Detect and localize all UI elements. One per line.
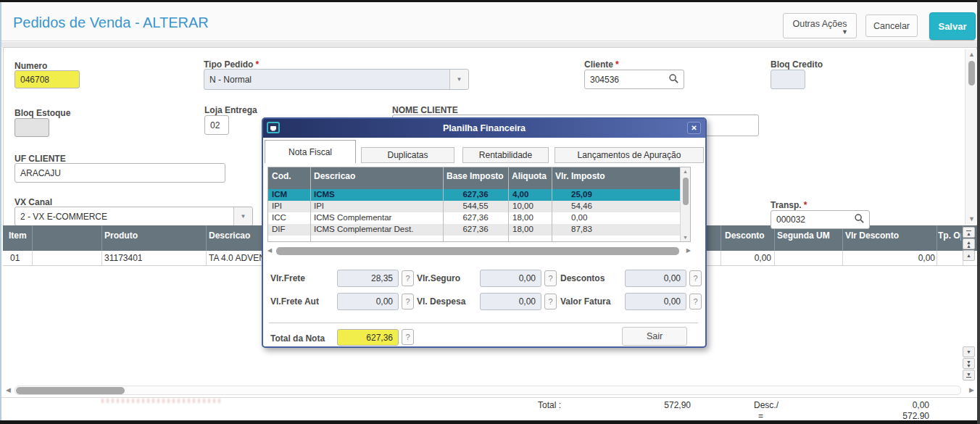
tax-row-icc[interactable]: ICC ICMS Complementar 627,36 18,00 0,00: [268, 212, 680, 224]
cliente-label: Cliente*: [584, 59, 619, 70]
help-button[interactable]: ?: [689, 294, 702, 309]
cancelar-button[interactable]: Cancelar: [865, 14, 918, 37]
scroll-down-icon[interactable]: ▼: [968, 216, 975, 223]
col-vlr-imposto[interactable]: Vlr. Imposto: [555, 171, 605, 181]
tab-lancamentos-apuracao[interactable]: Lançamentos de Apuração: [555, 147, 704, 163]
tipo-pedido-select[interactable]: N - Normal ▼: [204, 69, 469, 90]
col-descricao[interactable]: Descricao: [314, 171, 355, 181]
grid-col-vlr-desconto[interactable]: Vlr Desconto: [845, 230, 899, 241]
numero-field[interactable]: 046708: [14, 70, 80, 88]
vlr-seguro-field[interactable]: 0,00: [480, 270, 541, 287]
bloq-estoque-label: Bloq Estoque: [14, 108, 70, 118]
cell-descricao: ICMS Complementar Dest.: [314, 225, 413, 233]
scroll-left-icon[interactable]: ◀: [6, 387, 11, 394]
numero-label: Numero: [14, 61, 47, 71]
grid-divider: [721, 225, 721, 251]
transp-field[interactable]: 000032: [771, 210, 870, 229]
help-button[interactable]: ?: [689, 270, 702, 286]
grid-col-produto[interactable]: Produto: [104, 230, 138, 241]
scroll-left-icon[interactable]: ◀: [267, 248, 272, 254]
descontos-field[interactable]: 0,00: [625, 270, 686, 287]
cell-descricao: ICMS Complementar: [314, 213, 391, 222]
page-header: Pedidos de Venda - ALTERAR Outras Ações …: [1, 2, 977, 41]
grid-page-up-button[interactable]: ▲▲: [963, 238, 975, 249]
uf-cliente-field[interactable]: ARACAJU: [14, 163, 225, 183]
grid-col-item[interactable]: Item: [9, 230, 27, 241]
vl-frete-aut-field[interactable]: 0,00: [337, 293, 399, 310]
dropdown-arrow-icon[interactable]: ▼: [449, 70, 468, 89]
loja-entrega-label: Loja Entrega: [204, 105, 257, 115]
footer-total-label: Total :: [538, 400, 561, 410]
tax-row-ipi[interactable]: IPI IPI 544,55 10,00 54,46: [268, 201, 680, 212]
salvar-button[interactable]: Salvar: [929, 12, 976, 40]
app-window: Pedidos de Venda - ALTERAR Outras Ações …: [0, 0, 980, 424]
help-button[interactable]: ?: [544, 270, 557, 286]
loja-entrega-field[interactable]: 02: [204, 115, 229, 135]
dialog-title: Planilha Financeira: [443, 123, 526, 133]
sair-button[interactable]: Sair: [622, 327, 687, 346]
header-separator: [1, 42, 977, 47]
help-button[interactable]: ?: [402, 294, 414, 309]
search-icon[interactable]: [854, 213, 865, 226]
vx-canal-label: VX Canal: [14, 197, 52, 207]
grid-page-down-button[interactable]: ▼▼: [963, 358, 975, 369]
form-scrollbar-thumb[interactable]: [968, 61, 975, 86]
col-cod[interactable]: Cod.: [272, 171, 291, 181]
vl-despesa-field[interactable]: 0,00: [480, 293, 541, 310]
tax-row-icm[interactable]: ICM ICMS 627,36 4,00 25,09: [268, 189, 680, 201]
grid-col-tp-op[interactable]: Tp. Op: [938, 230, 961, 241]
table-divider: [508, 167, 509, 241]
scroll-up-icon[interactable]: ▲: [683, 169, 688, 174]
tab-duplicatas[interactable]: Duplicatas: [361, 147, 454, 163]
col-aliquota[interactable]: Aliquota: [512, 171, 547, 181]
hscroll-track[interactable]: [14, 386, 961, 395]
tab-nota-fiscal[interactable]: Nota Fiscal: [265, 140, 356, 163]
grid-divider: [937, 225, 937, 251]
grid-scroll-to-bottom-button[interactable]: ▼: [963, 370, 975, 381]
grid-col-descricao[interactable]: Descricao: [209, 230, 250, 241]
help-button[interactable]: ?: [544, 294, 557, 309]
bloq-credito-field[interactable]: [771, 70, 805, 89]
scroll-down-icon[interactable]: ▼: [683, 235, 688, 240]
table-hscrollbar[interactable]: ◀ ▶: [267, 246, 691, 256]
cliente-field[interactable]: 304536: [584, 70, 684, 89]
table-hscroll-thumb[interactable]: [276, 247, 679, 255]
footer-equals-sign: =: [758, 411, 763, 421]
grid-col-segunda-um[interactable]: Segunda UM: [777, 230, 830, 241]
form-scrollbar[interactable]: ▲ ▼: [965, 49, 977, 225]
table-vscroll-thumb[interactable]: [683, 178, 689, 205]
scroll-right-icon[interactable]: ▶: [686, 248, 691, 254]
vx-canal-select[interactable]: 2 - VX E-COMMERCE ▼: [14, 207, 253, 226]
table-vscrollbar[interactable]: ▲ ▼: [680, 167, 690, 241]
grid-divider: [774, 225, 775, 251]
scroll-right-icon[interactable]: ▶: [969, 387, 974, 394]
help-button[interactable]: ?: [402, 270, 414, 286]
col-base-imposto[interactable]: Base Imposto: [447, 171, 504, 181]
valor-fatura-field[interactable]: 0,00: [625, 293, 686, 310]
grid-divider: [206, 225, 207, 251]
tax-row-dif[interactable]: DIF ICMS Complementar Dest. 627,36 18,00…: [268, 224, 680, 236]
descontos-label: Descontos: [560, 273, 605, 283]
grid-scroll-to-top-button[interactable]: ▲: [963, 227, 975, 238]
outras-acoes-label: Outras Ações: [792, 19, 847, 29]
scroll-up-icon: ▲: [966, 254, 971, 257]
outras-acoes-button[interactable]: Outras Ações ▼: [783, 13, 857, 38]
help-button[interactable]: ?: [402, 329, 414, 345]
bloq-estoque-field[interactable]: [14, 118, 49, 137]
dropdown-arrow-icon[interactable]: ▼: [233, 207, 252, 225]
vlr-frete-field[interactable]: 28,35: [337, 270, 399, 287]
dialog-titlebar[interactable]: Planilha Financeira: [263, 119, 705, 138]
grid-hscrollbar[interactable]: ◀ ▶: [4, 385, 974, 396]
scroll-up-icon[interactable]: ▲: [968, 51, 975, 58]
double-down-icon: ▼: [966, 364, 971, 367]
grid-scroll-up-button[interactable]: ▲: [963, 250, 975, 261]
search-icon[interactable]: [668, 73, 679, 86]
scroll-bottom-icon: ▼: [966, 373, 971, 376]
close-icon[interactable]: ✕: [687, 122, 701, 134]
cell-cod: ICM: [272, 190, 287, 199]
grid-scroll-down-button[interactable]: ▼: [963, 346, 975, 357]
grid-col-desconto[interactable]: Desconto: [725, 230, 765, 241]
tab-rentabilidade[interactable]: Rentabilidade: [462, 147, 549, 163]
hscroll-thumb[interactable]: [16, 387, 125, 394]
total-da-nota-field[interactable]: 627,36: [337, 329, 399, 346]
